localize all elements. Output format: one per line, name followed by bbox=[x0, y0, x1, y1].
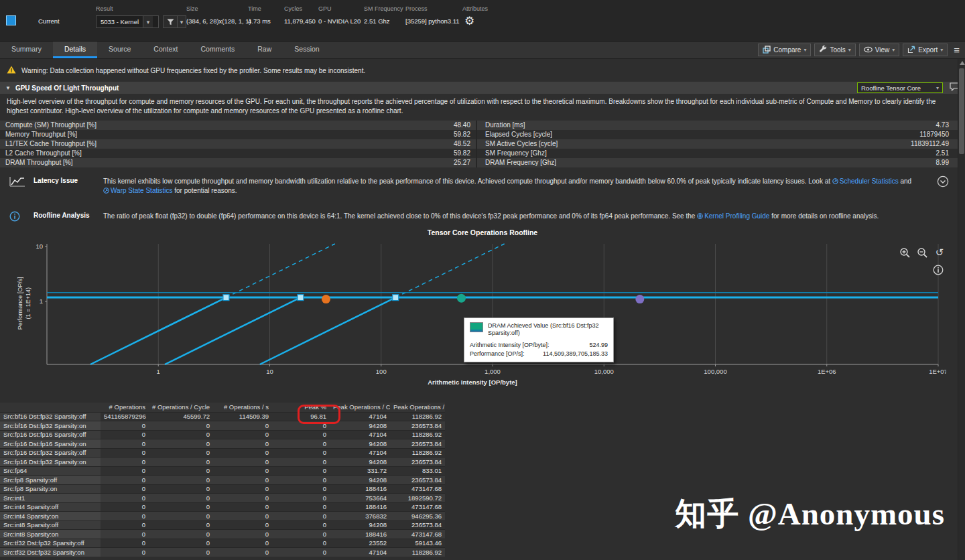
ridge-point[interactable] bbox=[393, 295, 399, 301]
result-dropdown[interactable]: 5033 - Kernel ▾ bbox=[96, 15, 159, 28]
table-row[interactable]: Src:fp640000331.72833.01 bbox=[0, 466, 445, 476]
y-tick-label: 10 bbox=[36, 242, 43, 250]
chart-info-icon[interactable] bbox=[931, 263, 945, 277]
table-row[interactable]: Src:int8 Sparsity:off000094208236573.84 bbox=[0, 520, 445, 530]
wrench-icon bbox=[819, 46, 827, 55]
view-button[interactable]: View ▾ bbox=[859, 44, 900, 56]
table-row[interactable]: Src:fp16 Dst:fp32 Sparsity:off0000471041… bbox=[0, 448, 445, 458]
scrollbar-thumb[interactable] bbox=[959, 68, 964, 154]
cycles-value: 11,879,450 bbox=[284, 17, 316, 25]
table-row[interactable]: Src:fp8 Sparsity:off000094208236573.84 bbox=[0, 476, 445, 485]
value-cell: 473147.68 bbox=[390, 484, 445, 494]
ridge-point[interactable] bbox=[223, 295, 229, 301]
value-cell: 0 bbox=[149, 466, 213, 476]
kernel-profiling-guide-link-label: Kernel Profiling Guide bbox=[704, 212, 769, 220]
table-row[interactable]: Src:int8 Sparsity:on0000188416473147.68 bbox=[0, 530, 445, 539]
column-header[interactable]: Peak % bbox=[272, 403, 330, 412]
column-header[interactable]: Peak Operations / s bbox=[390, 403, 445, 412]
section-header-sol[interactable]: ▼ GPU Speed Of Light Throughput Roofline… bbox=[0, 82, 965, 94]
tab-session[interactable]: Session bbox=[283, 42, 330, 58]
achieved-point[interactable] bbox=[457, 294, 466, 303]
roofline-chart-dropdown[interactable]: Roofline Tensor Core ▾ bbox=[857, 82, 943, 93]
value-cell: 236573.84 bbox=[390, 439, 445, 449]
latency-issue-title: Latency Issue bbox=[34, 176, 103, 184]
metric-label: SM Frequency [Ghz] bbox=[485, 149, 547, 158]
scheduler-statistics-link[interactable]: Scheduler Statistics bbox=[832, 178, 899, 185]
tooltip-series-swatch bbox=[470, 322, 483, 332]
tab-comments[interactable]: Comments bbox=[190, 42, 247, 58]
value-cell: 0 bbox=[272, 512, 330, 521]
chevron-down-icon[interactable]: ▾ bbox=[177, 16, 186, 27]
tab-details[interactable]: Details bbox=[53, 42, 97, 58]
table-row[interactable]: Src:fp16 Dst:fp16 Sparsity:off0000471041… bbox=[0, 430, 445, 439]
metric-value: 8.99 bbox=[936, 158, 949, 167]
tooltip-perf-value: 114,509,389,705,185.33 bbox=[543, 350, 608, 357]
value-cell: 833.01 bbox=[390, 466, 445, 476]
value-cell: 94208 bbox=[330, 520, 390, 530]
roofline-analysis-text: The ratio of peak float (fp32) to double… bbox=[103, 210, 929, 221]
value-cell: 0 bbox=[272, 494, 330, 503]
row-label-cell: Src:int4 Sparsity:off bbox=[0, 502, 101, 512]
reset-zoom-icon[interactable]: ↺ bbox=[933, 246, 946, 259]
column-header[interactable]: # Operations / s bbox=[213, 403, 272, 412]
column-header[interactable]: Peak Operations / Cycle bbox=[330, 403, 390, 412]
compare-button[interactable]: Compare ▾ bbox=[758, 44, 811, 56]
zoom-in-icon[interactable] bbox=[898, 246, 911, 259]
value-cell: 0 bbox=[272, 439, 330, 449]
row-label-cell: Src:int8 Sparsity:off bbox=[0, 520, 101, 530]
tab-raw[interactable]: Raw bbox=[246, 42, 283, 58]
gear-icon[interactable]: ⚙ bbox=[464, 14, 474, 28]
tensor-operations-table: # Operations# Operations / Cycle# Operat… bbox=[0, 403, 445, 557]
result-toolbar: Current Result 5033 - Kernel ▾ ▾ Size (3… bbox=[0, 0, 965, 42]
table-row[interactable]: Src:fp16 Dst:fp16 Sparsity:on00009420823… bbox=[0, 439, 445, 449]
expand-rule-button[interactable] bbox=[929, 176, 958, 188]
column-header[interactable]: # Operations bbox=[101, 403, 149, 412]
collapse-arrow-icon[interactable]: ▼ bbox=[5, 85, 11, 91]
column-header[interactable] bbox=[0, 403, 101, 412]
tab-source[interactable]: Source bbox=[97, 42, 142, 58]
value-cell: 47104 bbox=[330, 548, 390, 557]
metric-value: 59.82 bbox=[454, 130, 470, 139]
table-row[interactable]: Src:tf32 Dst:fp32 Sparsity:on00004710411… bbox=[0, 548, 445, 557]
table-row[interactable]: Src:tf32 Dst:fp32 Sparsity:off0000235525… bbox=[0, 539, 445, 548]
sm-frequency-label: SM Frequency bbox=[364, 5, 403, 12]
table-row[interactable]: Src:bf16 Dst:fp32 Sparsity:on00009420823… bbox=[0, 421, 445, 431]
ridge-point[interactable] bbox=[298, 295, 304, 301]
tab-summary[interactable]: Summary bbox=[0, 42, 53, 58]
table-row[interactable]: Src:bf16 Dst:fp32 Sparsity:off5411658792… bbox=[0, 412, 445, 421]
filter-button[interactable]: ▾ bbox=[163, 15, 186, 28]
table-row[interactable]: Src:int4 Sparsity:on0000376832946295.36 bbox=[0, 512, 445, 521]
table-row[interactable]: Src:fp8 Sparsity:on0000188416473147.68 bbox=[0, 484, 445, 494]
chart-title: Tensor Core Operations Roofline bbox=[0, 228, 965, 239]
value-cell: 0 bbox=[149, 530, 213, 539]
value-cell: 0 bbox=[149, 539, 213, 548]
table-row[interactable]: Src:fp16 Dst:fp32 Sparsity:on00009420823… bbox=[0, 458, 445, 467]
zoom-out-icon[interactable] bbox=[915, 246, 929, 259]
achieved-point[interactable] bbox=[322, 295, 330, 303]
achieved-point[interactable] bbox=[635, 295, 644, 303]
vertical-scrollbar[interactable] bbox=[958, 59, 965, 560]
info-icon bbox=[9, 210, 34, 224]
metric-row: DRAM Throughput [%]25.27DRAM Frequency [… bbox=[0, 158, 965, 167]
chevron-down-icon: ▾ bbox=[892, 47, 895, 53]
export-button[interactable]: Export ▾ bbox=[903, 44, 948, 56]
table-row[interactable]: Src:int4 Sparsity:off0000188416473147.68 bbox=[0, 502, 445, 512]
column-header[interactable]: # Operations / Cycle bbox=[149, 403, 213, 412]
scroll-up-icon[interactable] bbox=[960, 61, 965, 65]
metric-value: 11879450 bbox=[919, 130, 949, 139]
value-cell: 94208 bbox=[330, 439, 390, 449]
row-label-cell: Src:tf32 Dst:fp32 Sparsity:off bbox=[0, 539, 101, 548]
kernel-profiling-guide-link[interactable]: Kernel Profiling Guide bbox=[697, 212, 769, 220]
tools-button[interactable]: Tools ▾ bbox=[814, 44, 855, 56]
value-cell: 0 bbox=[149, 439, 213, 449]
menu-icon[interactable]: ≡ bbox=[954, 44, 960, 56]
current-result-swatch bbox=[6, 15, 16, 25]
value-cell: 753664 bbox=[330, 494, 390, 503]
table-row[interactable]: Src:int100007536641892590.72 bbox=[0, 494, 445, 503]
chevron-down-icon[interactable]: ▾ bbox=[143, 16, 153, 27]
value-cell: 114509.39 bbox=[213, 412, 272, 421]
compare-label: Compare bbox=[773, 46, 801, 54]
warp-state-statistics-link[interactable]: Warp State Statistics bbox=[103, 187, 172, 194]
tab-context[interactable]: Context bbox=[142, 42, 189, 58]
row-label-cell: Src:fp16 Dst:fp16 Sparsity:on bbox=[0, 439, 101, 449]
